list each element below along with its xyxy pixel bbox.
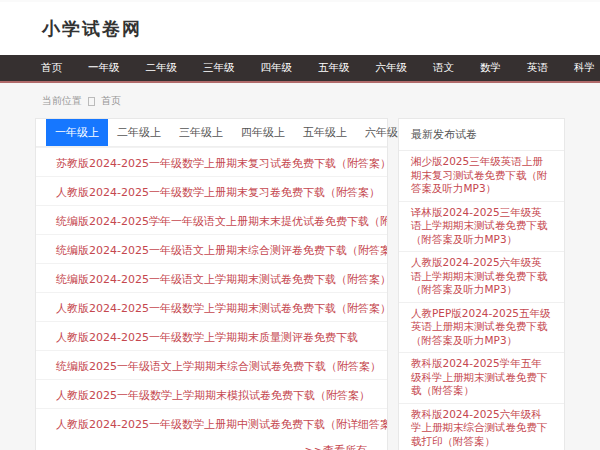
- sidebar-title: 最新发布试卷: [399, 119, 564, 151]
- paper-list-row: 统编版2024-2025学年一年级语文上册期末末提优试卷免费下载（附答案）: [36, 205, 387, 234]
- nav-item[interactable]: 首页: [28, 61, 75, 75]
- latest-papers-list: 湘少版2025三年级英语上册期末复习测试卷免费下载（附答案及听力MP3） 译林版…: [399, 151, 564, 450]
- latest-paper-row: 人教版2024-2025六年级英语上学期期末测试卷免费下载（附答案及听力MP3）: [399, 252, 564, 303]
- latest-paper-link[interactable]: 人教PEP版2024-2025五年级英语上册期末测试卷免费下载（附答案及听力MP…: [411, 307, 552, 348]
- paper-list-row: 统编版2025一年级语文上学期期末综合测试卷免费下载（附答案）: [36, 350, 387, 379]
- paper-list-row: 苏教版2024-2025一年级数学上册期末复习试卷免费下载（附答案）: [36, 147, 387, 176]
- paper-link[interactable]: 人教版2024-2025一年级数学上册期中测试卷免费下载（附详细答案解析）: [56, 418, 387, 431]
- view-all-link[interactable]: >>查看所有: [305, 444, 367, 450]
- paper-link[interactable]: 人教版2024-2025一年级数学上学期期末测试卷免费下载（附答案）: [56, 302, 387, 315]
- latest-paper-link[interactable]: 教科版2024-2025学年五年级科学上册期末测试卷免费下载（附答案）: [411, 357, 552, 398]
- content-container: 一年级上二年级上三年级上四年级上五年级上六年级上 苏教版2024-2025一年级…: [35, 118, 565, 450]
- paper-link[interactable]: 苏教版2024-2025一年级数学上册期末复习试卷免费下载（附答案）: [56, 157, 387, 170]
- upper-tab-bar: 一年级上二年级上三年级上四年级上五年级上六年级上: [36, 119, 387, 147]
- paper-link[interactable]: 人教版2025一年级数学上学期期末模拟试卷免费下载（附答案）: [56, 389, 370, 402]
- paper-link[interactable]: 统编版2024-2025学年一年级语文上册期末末提优试卷免费下载（附答案）: [56, 215, 387, 228]
- latest-paper-link[interactable]: 译林版2024-2025三年级英语上学期期末测试卷免费下载（附答案及听力MP3）: [411, 206, 552, 247]
- paper-list-row: 人教版2024-2025一年级数学上册期末复习卷免费下载（附答案）: [36, 176, 387, 205]
- latest-paper-row: 人教PEP版2024-2025五年级英语上册期末测试卷免费下载（附答案及听力MP…: [399, 303, 564, 354]
- nav-item[interactable]: 五年级: [305, 61, 363, 75]
- paper-list-row: 统编版2024-2025一年级语文上册期末综合测评卷免费下载（附答案）: [36, 234, 387, 263]
- latest-paper-row: 译林版2024-2025三年级英语上学期期末测试卷免费下载（附答案及听力MP3）: [399, 202, 564, 253]
- sidebar: 最新发布试卷 湘少版2025三年级英语上册期末复习测试卷免费下载（附答案及听力M…: [398, 118, 565, 450]
- paper-list-row: 人教版2024-2025一年级数学上学期期末质量测评卷免费下载: [36, 321, 387, 350]
- paper-link[interactable]: 人教版2024-2025一年级数学上学期期末质量测评卷免费下载: [56, 331, 358, 344]
- nav-item[interactable]: 科学: [561, 61, 600, 75]
- nav-item[interactable]: 数学: [467, 61, 514, 75]
- breadcrumb-label: 当前位置: [42, 94, 82, 108]
- main-column: 一年级上二年级上三年级上四年级上五年级上六年级上 苏教版2024-2025一年级…: [35, 118, 388, 450]
- latest-paper-link[interactable]: 湘少版2025三年级英语上册期末复习测试卷免费下载（附答案及听力MP3）: [411, 155, 552, 196]
- paper-list-row: 人教版2024-2025一年级数学上册期中测试卷免费下载（附详细答案解析）: [36, 408, 387, 437]
- paper-link[interactable]: 统编版2025一年级语文上学期期末综合测试卷免费下载（附答案）: [56, 360, 381, 373]
- latest-paper-row: 教科版2024-2025学年五年级科学上册期末测试卷免费下载（附答案）: [399, 353, 564, 404]
- paper-list-row: 统编版2024-2025一年级语文上学期期末测试卷免费下载（附答案）: [36, 263, 387, 292]
- paper-link[interactable]: 统编版2024-2025一年级语文上学期期末测试卷免费下载（附答案）: [56, 273, 387, 286]
- nav-item[interactable]: 语文: [420, 61, 467, 75]
- site-title: 小学试卷网: [42, 17, 142, 41]
- nav-item[interactable]: 英语: [514, 61, 561, 75]
- upper-grade-panel: 一年级上二年级上三年级上四年级上五年级上六年级上 苏教版2024-2025一年级…: [35, 118, 388, 450]
- breadcrumb-separator-icon: [88, 97, 95, 106]
- tab-grade-upper[interactable]: 二年级上: [108, 119, 170, 146]
- view-all-row: >>查看所有: [36, 437, 387, 450]
- paper-list-row: 人教版2025一年级数学上学期期末模拟试卷免费下载（附答案）: [36, 379, 387, 408]
- paper-list-row: 人教版2024-2025一年级数学上学期期末测试卷免费下载（附答案）: [36, 292, 387, 321]
- nav-item[interactable]: 一年级: [75, 61, 133, 75]
- breadcrumb: 当前位置 首页: [42, 94, 600, 108]
- nav-item[interactable]: 四年级: [248, 61, 306, 75]
- latest-papers-panel: 最新发布试卷 湘少版2025三年级英语上册期末复习测试卷免费下载（附答案及听力M…: [398, 118, 565, 450]
- latest-paper-row: 教科版2024-2025六年级科学上册期末综合测试卷免费下载打印（附答案）: [399, 404, 564, 450]
- nav-item[interactable]: 六年级: [363, 61, 421, 75]
- paper-link[interactable]: 人教版2024-2025一年级数学上册期末复习卷免费下载（附答案）: [56, 186, 380, 199]
- tab-grade-upper[interactable]: 四年级上: [232, 119, 294, 146]
- breadcrumb-current-home[interactable]: 首页: [101, 94, 121, 108]
- latest-paper-row: 湘少版2025三年级英语上册期末复习测试卷免费下载（附答案及听力MP3）: [399, 151, 564, 202]
- tab-grade-upper[interactable]: 三年级上: [170, 119, 232, 146]
- paper-link[interactable]: 统编版2024-2025一年级语文上册期末综合测评卷免费下载（附答案）: [56, 244, 387, 257]
- main-nav: 首页一年级二年级三年级四年级五年级六年级语文数学英语科学: [0, 55, 600, 83]
- nav-item[interactable]: 三年级: [190, 61, 248, 75]
- tab-grade-upper[interactable]: 一年级上: [46, 119, 108, 146]
- nav-item[interactable]: 二年级: [133, 61, 191, 75]
- latest-paper-link[interactable]: 教科版2024-2025六年级科学上册期末综合测试卷免费下载打印（附答案）: [411, 408, 552, 449]
- site-header: 小学试卷网: [0, 0, 600, 55]
- latest-paper-link[interactable]: 人教版2024-2025六年级英语上学期期末测试卷免费下载（附答案及听力MP3）: [411, 256, 552, 297]
- tab-grade-upper[interactable]: 五年级上: [294, 119, 356, 146]
- paper-list: 苏教版2024-2025一年级数学上册期末复习试卷免费下载（附答案） 人教版20…: [36, 147, 387, 437]
